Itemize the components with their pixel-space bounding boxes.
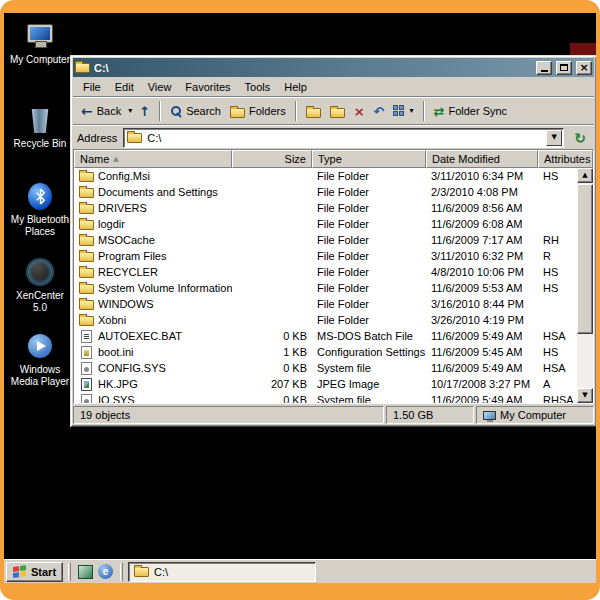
task-label: C:\ [154, 566, 168, 578]
menu-file[interactable]: File [76, 78, 108, 96]
maximize-button[interactable] [556, 61, 572, 75]
windows-flag-icon [13, 565, 27, 579]
file-type: File Folder [312, 202, 426, 214]
bluetooth-icon [28, 181, 52, 211]
file-row[interactable]: logdir File Folder 11/6/2009 6:08 AM [74, 216, 577, 232]
explorer-window: C:\ × File Edit View Favorites Tools Hel… [70, 55, 596, 427]
file-attributes: HS [538, 282, 577, 294]
column-header-attributes[interactable]: Attributes [538, 150, 593, 168]
file-row[interactable]: RECYCLER File Folder 4/8/2010 10:06 PM H… [74, 264, 577, 280]
desktop-icon-windows-media-player[interactable]: Windows Media Player [9, 331, 71, 388]
file-row[interactable]: System Volume Information File Folder 11… [74, 280, 577, 296]
file-name: Program Files [98, 250, 166, 262]
column-header-type[interactable]: Type [312, 150, 426, 168]
file-name-cell: CONFIG.SYS [74, 362, 232, 375]
file-row[interactable]: WINDOWS File Folder 3/16/2010 8:44 PM [74, 296, 577, 312]
file-row[interactable]: Documents and Settings File Folder 2/3/2… [74, 184, 577, 200]
vertical-scrollbar[interactable]: ▲ ▼ [577, 168, 593, 403]
internet-explorer-icon[interactable]: e [98, 564, 113, 579]
file-date-modified: 11/6/2009 5:49 AM [426, 362, 538, 374]
address-folder-icon [127, 133, 142, 143]
up-icon: ↑ [139, 105, 150, 118]
scroll-down-button[interactable]: ▼ [577, 388, 593, 403]
file-name-cell: System Volume Information [74, 282, 232, 294]
file-row[interactable]: IO.SYS 0 KB System file 11/6/2009 5:49 A… [74, 392, 577, 403]
minimize-button[interactable] [536, 61, 552, 75]
column-header-size[interactable]: Size [232, 150, 312, 168]
status-disk-size: 1.50 GB [386, 406, 474, 424]
file-date-modified: 11/6/2009 8:56 AM [426, 202, 538, 214]
file-icon [79, 188, 94, 198]
file-type: File Folder [312, 266, 426, 278]
file-date-modified: 4/8/2010 10:06 PM [426, 266, 538, 278]
desktop-icon-my-computer[interactable]: My Computer [9, 21, 71, 66]
file-row[interactable]: HK.JPG 207 KB JPEG Image 10/17/2008 3:27… [74, 376, 577, 392]
file-row[interactable]: DRIVERS File Folder 11/6/2009 8:56 AM [74, 200, 577, 216]
menu-favorites[interactable]: Favorites [178, 78, 237, 96]
file-icon [79, 172, 94, 182]
title-bar[interactable]: C:\ × [73, 58, 594, 77]
copy-to-button[interactable] [326, 102, 349, 121]
undo-icon: ↶ [374, 105, 385, 118]
close-button[interactable]: × [576, 61, 592, 75]
address-input[interactable]: C:\ ▼ [123, 128, 564, 148]
undo-button[interactable]: ↶ [370, 102, 389, 121]
file-date-modified: 11/6/2009 5:49 AM [426, 394, 538, 403]
delete-button[interactable]: × [350, 102, 369, 121]
taskbar-task-c-drive[interactable]: C:\ [128, 562, 316, 582]
taskbar-grip[interactable] [68, 563, 71, 581]
folders-button[interactable]: Folders [226, 102, 290, 121]
file-name-cell: Xobni [74, 314, 232, 326]
file-icon [79, 204, 94, 214]
file-icon [79, 284, 94, 294]
file-row[interactable]: Xobni File Folder 3/26/2010 4:19 PM [74, 312, 577, 328]
file-row[interactable]: boot.ini 1 KB Configuration Settings 11/… [74, 344, 577, 360]
file-icon [81, 346, 92, 359]
quick-launch-app-icon[interactable] [78, 565, 93, 579]
column-header-name[interactable]: Name ▲ [74, 150, 232, 168]
delete-icon: × [354, 105, 365, 118]
go-button[interactable]: ↻ [570, 128, 590, 148]
desktop-icon-bluetooth-places[interactable]: My Bluetooth Places [9, 181, 71, 238]
folder-sync-button[interactable]: ⇄ Folder Sync [430, 102, 512, 121]
desktop-icon-label: My Computer [10, 54, 70, 66]
file-name-cell: logdir [74, 218, 232, 230]
file-name-cell: Program Files [74, 250, 232, 262]
file-attributes: HS [538, 346, 577, 358]
file-icon [81, 330, 92, 343]
menu-view[interactable]: View [141, 78, 179, 96]
up-button[interactable]: ↑ [135, 102, 154, 121]
scrollbar-track[interactable] [577, 183, 593, 388]
file-name-cell: AUTOEXEC.BAT [74, 330, 232, 343]
file-row[interactable]: AUTOEXEC.BAT 0 KB MS-DOS Batch File 11/6… [74, 328, 577, 344]
folders-label: Folders [249, 105, 286, 117]
start-button[interactable]: Start [6, 562, 63, 582]
back-label: Back [97, 105, 121, 117]
desktop-icon-xencenter[interactable]: XenCenter 5.0 [9, 257, 71, 314]
desktop-icon-recycle-bin[interactable]: Recycle Bin [9, 105, 71, 150]
file-row[interactable]: MSOCache File Folder 11/6/2009 7:17 AM R… [74, 232, 577, 248]
address-dropdown-button[interactable]: ▼ [546, 130, 562, 146]
column-header-date-modified[interactable]: Date Modified [426, 150, 538, 168]
menu-tools[interactable]: Tools [238, 78, 278, 96]
scroll-up-button[interactable]: ▲ [577, 168, 593, 183]
file-attributes: HS [538, 266, 577, 278]
back-dropdown-button[interactable]: ▾ [126, 104, 134, 118]
file-date-modified: 10/17/2008 3:27 PM [426, 378, 538, 390]
file-date-modified: 11/6/2009 7:17 AM [426, 234, 538, 246]
views-button[interactable]: ▾ [389, 102, 417, 120]
menu-edit[interactable]: Edit [108, 78, 141, 96]
menu-help[interactable]: Help [277, 78, 314, 96]
file-name: DRIVERS [98, 202, 147, 214]
file-date-modified: 11/6/2009 5:53 AM [426, 282, 538, 294]
taskbar-grip[interactable] [120, 563, 123, 581]
file-size: 0 KB [232, 330, 312, 342]
scrollbar-thumb[interactable] [577, 184, 593, 334]
back-button[interactable]: ← Back [77, 101, 125, 121]
search-button[interactable]: Search [166, 102, 225, 121]
file-row[interactable]: CONFIG.SYS 0 KB System file 11/6/2009 5:… [74, 360, 577, 376]
status-bar: 19 objects 1.50 GB My Computer [73, 404, 594, 424]
move-to-button[interactable] [302, 102, 325, 121]
file-row[interactable]: Config.Msi File Folder 3/11/2010 6:34 PM… [74, 168, 577, 184]
file-row[interactable]: Program Files File Folder 3/11/2010 6:32… [74, 248, 577, 264]
